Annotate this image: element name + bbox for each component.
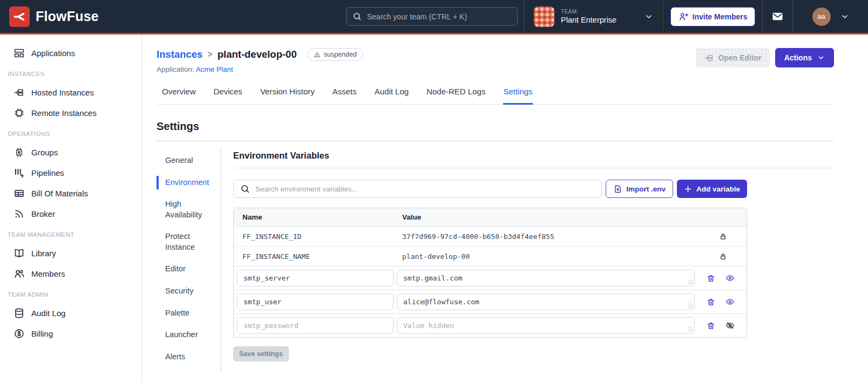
sidebar-item-hosted-instances[interactable]: Hosted Instances <box>0 83 141 102</box>
invite-members-button[interactable]: Invite Members <box>670 7 756 26</box>
header-actions: Open Editor Actions <box>696 48 834 67</box>
open-editor-button[interactable]: Open Editor <box>696 48 770 67</box>
import-env-label: Import .env <box>626 185 666 193</box>
instance-tabs: Overview Devices Version History Assets … <box>157 87 834 105</box>
sidebar-item-billing[interactable]: Billing <box>0 324 141 344</box>
user-menu[interactable]: aa <box>792 0 868 33</box>
sidebar-item-label: Library <box>31 249 56 258</box>
breadcrumb-instances-link[interactable]: Instances <box>157 49 202 60</box>
flowfuse-app: FlowFuse TEAM: Plant Enterprise I <box>0 0 868 383</box>
settings-nav-launcher[interactable]: Launcher <box>157 328 213 342</box>
settings-nav: General Environment High Availability Pr… <box>157 149 221 372</box>
sidebar-item-applications[interactable]: Applications <box>0 43 141 63</box>
env-var-name-input[interactable] <box>237 270 394 286</box>
sidebar-item-bill-of-materials[interactable]: Bill Of Materials <box>0 183 141 203</box>
actions-button[interactable]: Actions <box>775 48 834 67</box>
trash-icon <box>707 322 715 330</box>
lock-icon <box>699 252 747 261</box>
env-var-value-input[interactable]: smtp.gmail.com <box>397 270 695 286</box>
trash-icon <box>707 274 715 283</box>
env-var-row <box>234 313 747 337</box>
warning-triangle-icon <box>314 51 321 58</box>
env-search[interactable] <box>233 180 602 198</box>
sidebar-item-label: Members <box>31 269 65 278</box>
team-name: Plant Enterprise <box>561 16 616 24</box>
visibility-toggle-button[interactable] <box>723 319 737 332</box>
sidebar-item-pipelines[interactable]: Pipelines <box>0 163 141 183</box>
sidebar-item-groups[interactable]: Groups <box>0 142 141 162</box>
flowfuse-logo[interactable]: FlowFuse <box>0 6 99 27</box>
env-var-value: plant-develop-00 <box>394 252 699 261</box>
application-link[interactable]: Acme Plant <box>196 65 233 73</box>
breadcrumb-separator: > <box>207 50 212 59</box>
settings-nav-protect-instance[interactable]: Protect Instance <box>157 230 213 254</box>
tab-devices[interactable]: Devices <box>214 87 242 105</box>
delete-variable-button[interactable] <box>704 319 717 332</box>
tab-settings[interactable]: Settings <box>503 87 532 105</box>
user-avatar: aa <box>812 8 831 26</box>
env-var-value-input[interactable]: alice@flowfuse.com <box>397 293 695 310</box>
remote-instances-icon <box>13 107 25 119</box>
trash-icon <box>707 298 715 306</box>
delete-variable-button[interactable] <box>704 296 717 309</box>
notifications-button[interactable] <box>762 0 792 33</box>
team-selector[interactable]: TEAM: Plant Enterprise <box>524 0 663 33</box>
delete-variable-button[interactable] <box>704 272 717 285</box>
settings-nav-general[interactable]: General <box>157 154 213 168</box>
table-header: Name Value <box>234 208 747 226</box>
tab-audit-log[interactable]: Audit Log <box>375 87 409 105</box>
sidebar-item-label: Groups <box>31 148 58 157</box>
plus-icon <box>684 185 692 193</box>
settings-nav-environment[interactable]: Environment <box>157 176 213 190</box>
add-variable-label: Add variable <box>696 185 740 193</box>
env-var-name-input[interactable] <box>237 317 394 334</box>
sidebar-item-remote-instances[interactable]: Remote Instances <box>0 103 141 123</box>
library-icon <box>13 248 25 259</box>
tab-node-red-logs[interactable]: Node-RED Logs <box>426 87 485 105</box>
sidebar-item-audit-log[interactable]: Audit Log <box>0 303 141 323</box>
settings-nav-palette[interactable]: Palette <box>157 306 213 320</box>
sidebar-item-label: Billing <box>31 329 53 338</box>
sidebar-item-label: Bill Of Materials <box>31 189 88 198</box>
import-env-button[interactable]: Import .env <box>606 180 673 198</box>
settings-nav-editor[interactable]: Editor <box>157 262 213 276</box>
sidebar-item-label: Applications <box>31 49 75 58</box>
team-search-input[interactable] <box>367 12 511 21</box>
sidebar-item-library[interactable]: Library <box>0 243 141 263</box>
instance-name: plant-develop-00 <box>218 49 297 60</box>
settings-nav-alerts[interactable]: Alerts <box>157 350 213 364</box>
team-avatar <box>534 6 554 27</box>
settings-nav-high-availability[interactable]: High Availability <box>157 197 213 222</box>
eye-icon <box>725 297 735 306</box>
tab-assets[interactable]: Assets <box>333 87 357 105</box>
column-header-name: Name <box>234 213 394 221</box>
envelope-icon <box>771 10 784 23</box>
sidebar-item-members[interactable]: Members <box>0 264 141 284</box>
env-var-value-input[interactable] <box>397 317 695 334</box>
tab-version-history[interactable]: Version History <box>260 87 315 105</box>
env-var-name: FF_INSTANCE_ID <box>234 232 394 241</box>
env-search-input[interactable] <box>255 185 595 193</box>
groups-icon <box>13 147 25 158</box>
top-navbar: FlowFuse TEAM: Plant Enterprise I <box>0 0 868 35</box>
tab-overview[interactable]: Overview <box>162 87 196 105</box>
pipelines-icon <box>13 167 25 179</box>
settings-nav-security[interactable]: Security <box>157 284 213 298</box>
save-settings-button[interactable]: Save settings <box>233 346 289 361</box>
sidebar-item-broker[interactable]: Broker <box>0 204 141 224</box>
env-var-name-input[interactable] <box>237 293 394 310</box>
chevron-down-icon <box>840 12 849 21</box>
column-header-value: Value <box>394 213 699 221</box>
applications-icon <box>13 47 25 59</box>
visibility-toggle-button[interactable] <box>723 271 737 285</box>
add-variable-button[interactable]: Add variable <box>677 180 747 198</box>
status-badge-label: suspended <box>324 51 357 58</box>
eye-off-icon <box>725 321 735 330</box>
environment-panel: Environment Variables <box>221 149 834 372</box>
team-search[interactable] <box>346 7 518 26</box>
sidebar-item-label: Remote Instances <box>31 108 97 118</box>
env-var-row: smtp.gmail.com <box>234 266 747 290</box>
sidebar-section-team-admin: TEAM ADMIN <box>8 291 141 298</box>
application-label: Application: <box>157 65 194 73</box>
visibility-toggle-button[interactable] <box>723 295 737 309</box>
